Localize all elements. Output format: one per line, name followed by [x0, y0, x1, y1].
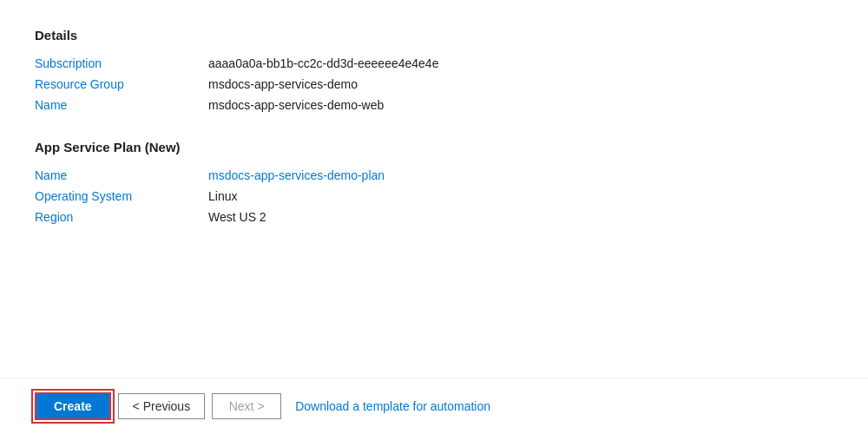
resource-group-row: Resource Group msdocs-app-services-demo: [35, 77, 833, 91]
next-button[interactable]: Next >: [212, 393, 281, 419]
main-content: Details Subscription aaaa0a0a-bb1b-cc2c-…: [0, 0, 868, 378]
region-label: Region: [35, 210, 208, 224]
region-value: West US 2: [208, 210, 266, 224]
app-service-plan-section: App Service Plan (New) Name msdocs-app-s…: [35, 140, 833, 224]
create-button[interactable]: Create: [35, 392, 111, 420]
subscription-row: Subscription aaaa0a0a-bb1b-cc2c-dd3d-eee…: [35, 56, 833, 70]
name-value: msdocs-app-services-demo-web: [208, 98, 384, 112]
name-label: Name: [35, 98, 208, 112]
resource-group-value: msdocs-app-services-demo: [208, 77, 358, 91]
subscription-value: aaaa0a0a-bb1b-cc2c-dd3d-eeeeee4e4e4e: [208, 56, 438, 70]
automation-link[interactable]: Download a template for automation: [295, 399, 490, 413]
resource-group-label: Resource Group: [35, 77, 208, 91]
subscription-label: Subscription: [35, 56, 208, 70]
plan-name-row: Name msdocs-app-services-demo-plan: [35, 168, 833, 182]
footer: Create < Previous Next > Download a temp…: [0, 378, 868, 434]
details-section: Details Subscription aaaa0a0a-bb1b-cc2c-…: [35, 28, 833, 112]
plan-name-label: Name: [35, 168, 208, 182]
plan-name-value: msdocs-app-services-demo-plan: [208, 168, 385, 182]
app-service-plan-title: App Service Plan (New): [35, 140, 833, 155]
name-row: Name msdocs-app-services-demo-web: [35, 98, 833, 112]
os-row: Operating System Linux: [35, 189, 833, 203]
os-label: Operating System: [35, 189, 208, 203]
previous-button[interactable]: < Previous: [118, 393, 206, 419]
details-title: Details: [35, 28, 833, 43]
os-value: Linux: [208, 189, 237, 203]
region-row: Region West US 2: [35, 210, 833, 224]
